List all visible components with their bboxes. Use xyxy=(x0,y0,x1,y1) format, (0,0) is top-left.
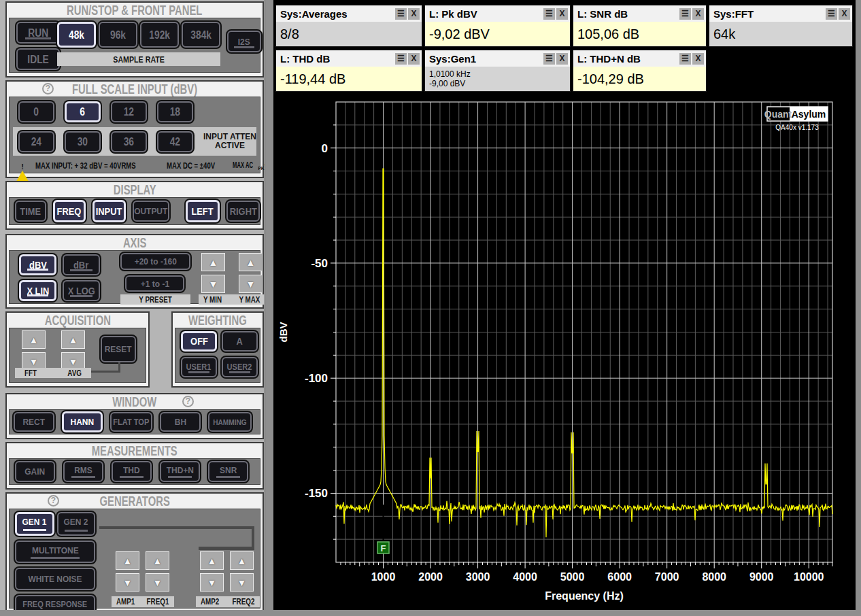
display-input-button[interactable]: INPUT xyxy=(92,200,126,222)
fsi-36-button[interactable]: 36 xyxy=(111,131,147,152)
y-preset-1-1-button[interactable]: +1 to -1 xyxy=(125,275,184,292)
display-freq-button[interactable]: FREQ xyxy=(53,200,86,222)
svg-text:9000: 9000 xyxy=(749,571,774,583)
fsi-42-button[interactable]: 42 xyxy=(157,131,193,152)
fsi-24-button[interactable]: 24 xyxy=(18,131,54,152)
close-icon[interactable]: X xyxy=(556,8,568,20)
multitone-button[interactable]: MULTITONE xyxy=(15,541,95,563)
amp2-down-button[interactable]: ▼ xyxy=(200,573,224,592)
freq2-down-button[interactable]: ▼ xyxy=(230,573,254,592)
menu-icon[interactable]: ☰ xyxy=(679,53,691,65)
panel-full-scale-title: ? FULL SCALE INPUT (dBV) xyxy=(7,82,263,97)
weighting-user2-button[interactable]: USER2 xyxy=(222,357,258,377)
menu-icon[interactable]: ☰ xyxy=(543,8,555,20)
tile-sys-fft[interactable]: Sys:FFT ☰X 64k xyxy=(709,5,853,47)
svg-text:6000: 6000 xyxy=(607,571,632,583)
tile-thd[interactable]: L: THD dB ☰X -119,44 dB xyxy=(275,50,422,92)
weighting-a-button[interactable]: A xyxy=(222,331,258,352)
weighting-off-button[interactable]: OFF xyxy=(181,331,217,352)
display-output-button[interactable]: OUTPUT xyxy=(133,201,169,222)
close-icon[interactable]: X xyxy=(408,8,420,20)
sidebar-scrollbar[interactable] xyxy=(265,0,273,610)
freq2-up-button[interactable]: ▲ xyxy=(230,551,254,570)
tile-pk-dbv[interactable]: L: Pk dBV ☰X -9,02 dBV xyxy=(424,5,571,47)
sample-rate-48k-button[interactable]: 48k xyxy=(57,22,96,48)
gen2-button[interactable]: GEN 2 xyxy=(57,512,95,536)
fsi-6-button[interactable]: 6 xyxy=(65,101,101,122)
axis-dbv-button[interactable]: dBV xyxy=(19,254,56,275)
tile-sys-gen1[interactable]: Sys:Gen1 ☰X 1,0100 kHz-9,00 dBV xyxy=(424,50,571,92)
menu-icon[interactable]: ☰ xyxy=(826,8,837,20)
meas-thd-button[interactable]: THD xyxy=(112,461,152,482)
axis-dbr-button[interactable]: dBr xyxy=(63,254,100,275)
meas-snr-button[interactable]: SNR xyxy=(208,461,248,482)
window-hamming-button[interactable]: HAMMING xyxy=(208,412,252,432)
run-button[interactable]: RUN xyxy=(16,22,60,44)
panel-window: WINDOW ? RECT HANN FLAT TOP BH HAMMING xyxy=(5,393,264,439)
meas-rms-button[interactable]: RMS xyxy=(63,461,103,482)
amp2-up-button[interactable]: ▲ xyxy=(200,551,224,570)
sample-rate-192k-button[interactable]: 192k xyxy=(140,22,179,48)
help-icon[interactable]: ? xyxy=(48,495,59,507)
tile-value: -119,44 dB xyxy=(276,67,422,91)
window-bh-button[interactable]: BH xyxy=(160,412,201,432)
close-icon[interactable]: X xyxy=(408,53,420,65)
panel-run-stop: RUN/STOP & FRONT PANEL RUN IDLE 48k 96k … xyxy=(5,1,264,78)
tile-sys-averages[interactable]: Sys:Averages ☰X 8/8 xyxy=(275,5,422,47)
display-right-button[interactable]: RIGHT xyxy=(226,201,260,222)
axis-xlog-button[interactable]: X LOG xyxy=(63,280,100,301)
fsi-0-button[interactable]: 0 xyxy=(18,101,54,122)
amp1-down-button[interactable]: ▼ xyxy=(116,573,139,592)
sample-rate-96k-button[interactable]: 96k xyxy=(99,22,137,48)
menu-icon[interactable]: ☰ xyxy=(543,53,555,65)
i2s-button[interactable]: I2S xyxy=(227,31,261,52)
panel-acquisition-title: ACQUISITION xyxy=(7,313,148,328)
avg-up-button[interactable]: ▲ xyxy=(61,330,85,349)
menu-icon[interactable]: ☰ xyxy=(395,53,407,65)
y-preset-20-160-button[interactable]: +20 to -160 xyxy=(120,253,190,270)
fsi-12-button[interactable]: 12 xyxy=(111,101,147,122)
panel-weighting: WEIGHTING OFF A USER1 USER2 xyxy=(171,311,264,388)
fsi-30-button[interactable]: 30 xyxy=(65,131,101,152)
help-icon[interactable]: ? xyxy=(182,396,194,407)
fft-up-button[interactable]: ▲ xyxy=(22,330,46,349)
tile-thdn[interactable]: L: THD+N dB ☰X -104,29 dB xyxy=(573,50,707,92)
display-time-button[interactable]: TIME xyxy=(15,201,46,222)
svg-text:-50: -50 xyxy=(311,257,328,270)
menu-icon[interactable]: ☰ xyxy=(679,8,691,20)
window-rect-button[interactable]: RECT xyxy=(14,412,54,432)
svg-text:5000: 5000 xyxy=(560,571,585,583)
y-max-down-button[interactable]: ▼ xyxy=(239,275,263,293)
freq1-up-button[interactable]: ▲ xyxy=(146,551,169,570)
svg-text:7000: 7000 xyxy=(655,571,679,583)
close-icon[interactable]: X xyxy=(556,53,568,65)
fsi-18-button[interactable]: 18 xyxy=(157,101,193,122)
meas-gain-button[interactable]: GAIN xyxy=(15,461,55,482)
tile-snr[interactable]: L: SNR dB ☰X 105,06 dB xyxy=(573,5,707,47)
axis-xlin-button[interactable]: X LIN xyxy=(19,280,56,301)
sample-rate-384k-button[interactable]: 384k xyxy=(182,22,220,48)
tile-value: -9,02 dBV xyxy=(425,22,570,46)
close-icon[interactable]: X xyxy=(692,8,704,20)
window-flattop-button[interactable]: FLAT TOP xyxy=(110,412,152,432)
amp1-up-button[interactable]: ▲ xyxy=(116,551,139,570)
weighting-user1-button[interactable]: USER1 xyxy=(181,357,217,377)
freq1-down-button[interactable]: ▼ xyxy=(146,573,169,592)
gen1-button[interactable]: GEN 1 xyxy=(15,512,54,536)
idle-button[interactable]: IDLE xyxy=(16,48,60,70)
avg-reset-button[interactable]: RESET xyxy=(101,336,136,362)
amp2-freq2-label: AMP2FREQ2 xyxy=(196,596,260,607)
window-hann-button[interactable]: HANN xyxy=(62,411,103,432)
help-icon[interactable]: ? xyxy=(42,83,54,95)
display-left-button[interactable]: LEFT xyxy=(186,200,220,222)
close-icon[interactable]: X xyxy=(692,53,704,65)
close-icon[interactable]: X xyxy=(839,8,850,20)
y-min-down-button[interactable]: ▼ xyxy=(201,275,225,293)
tile-title: L: SNR dB xyxy=(577,8,678,20)
warning-icon: ! xyxy=(15,159,30,173)
menu-icon[interactable]: ☰ xyxy=(395,8,407,20)
y-min-up-button[interactable]: ▲ xyxy=(201,253,225,271)
white-noise-button[interactable]: WHITE NOISE xyxy=(15,568,95,590)
meas-thdn-button[interactable]: THD+N xyxy=(160,461,200,482)
y-max-up-button[interactable]: ▲ xyxy=(239,253,263,271)
